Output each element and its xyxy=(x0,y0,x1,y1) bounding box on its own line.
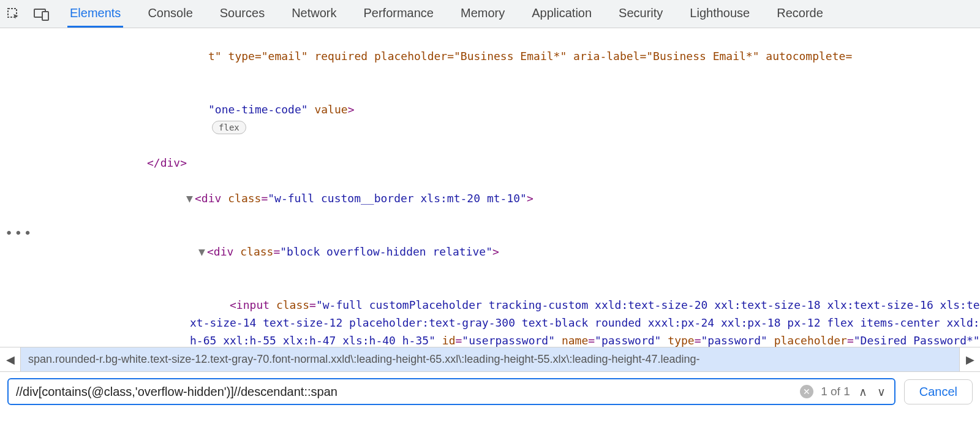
dom-node-input[interactable]: <input class="w-full customPlaceholder t… xyxy=(24,278,980,347)
cancel-button[interactable]: Cancel xyxy=(904,379,973,404)
code-text: <div xyxy=(207,245,233,258)
code-text: = xyxy=(273,245,280,258)
tree-gutter: ••• xyxy=(0,28,24,347)
code-text: class xyxy=(233,245,273,258)
code-text: </div> xyxy=(147,156,187,169)
panel-tabs: Elements Console Sources Network Perform… xyxy=(67,0,826,28)
tab-console[interactable]: Console xyxy=(145,0,195,28)
breadcrumb-path[interactable]: span.rounded-r.bg-white.text-size-12.tex… xyxy=(21,347,959,371)
expand-caret-icon[interactable]: ▼ xyxy=(186,189,195,207)
code-text: placeholder xyxy=(767,334,847,347)
code-text: t" type="email" required placeholder="Bu… xyxy=(208,50,852,63)
flex-badge[interactable]: flex xyxy=(212,121,246,134)
code-text: value xyxy=(308,103,348,116)
breadcrumb-text: span.rounded-r.bg-white.text-size-12.tex… xyxy=(28,353,700,366)
elements-tree[interactable]: ••• t" type="email" required placeholder… xyxy=(0,28,980,347)
right-arrow-icon: ▶ xyxy=(966,353,974,366)
dom-node-fragment[interactable]: "one-time-code" value> flex xyxy=(24,83,980,154)
clear-search-icon[interactable]: ✕ xyxy=(800,385,813,398)
code-text: > xyxy=(527,192,533,205)
tab-sources[interactable]: Sources xyxy=(217,0,267,28)
tab-label: Application xyxy=(532,6,592,20)
code-text: "w-full custom__border xls:mt-20 mt-10" xyxy=(268,192,527,205)
search-input[interactable] xyxy=(16,385,793,399)
code-text: "Desired Password*" xyxy=(854,334,980,347)
code-text: "password" xyxy=(595,334,661,347)
code-text: = xyxy=(847,334,854,347)
svg-rect-2 xyxy=(42,12,48,20)
tab-label: Lighthouse xyxy=(690,6,750,20)
device-toggle-icon[interactable] xyxy=(33,6,50,23)
tab-label: Performance xyxy=(364,6,434,20)
code-text: "one-time-code" xyxy=(208,103,308,116)
code-text: > xyxy=(348,103,355,116)
tab-label: Network xyxy=(292,6,336,20)
x-icon: ✕ xyxy=(803,387,810,396)
code-text: <input xyxy=(230,298,270,311)
dom-node-div[interactable]: ▼<div class="w-full custom__border xls:m… xyxy=(24,172,980,225)
tab-label: Security xyxy=(619,6,663,20)
tab-security[interactable]: Security xyxy=(616,0,665,28)
code-text: name xyxy=(555,334,588,347)
tab-performance[interactable]: Performance xyxy=(361,0,437,28)
code-text: = xyxy=(588,334,595,347)
code-text: id xyxy=(435,334,456,347)
code-text: "password" xyxy=(701,334,767,347)
breadcrumb-bar: ◀ span.rounded-r.bg-white.text-size-12.t… xyxy=(0,347,980,371)
code-text: type xyxy=(661,334,694,347)
tab-label: Console xyxy=(148,6,192,20)
tab-label: Sources xyxy=(220,6,265,20)
left-arrow-icon: ◀ xyxy=(6,353,15,366)
code-text: = xyxy=(695,334,701,347)
devtools-tabbar: Elements Console Sources Network Perform… xyxy=(0,0,980,28)
code-text: "block overflow-hidden relative" xyxy=(280,245,492,258)
code-text: <div xyxy=(195,192,221,205)
code-text: > xyxy=(492,245,499,258)
tab-label: Recorde xyxy=(777,6,823,20)
dom-node-div[interactable]: ▼<div class="block overflow-hidden relat… xyxy=(24,225,980,278)
code-text: = xyxy=(455,334,462,347)
search-box: ✕ 1 of 1 ∧ ∨ xyxy=(7,378,895,405)
expand-caret-icon[interactable]: ▼ xyxy=(198,243,207,260)
inspect-icon[interactable] xyxy=(5,6,22,23)
tab-label: Memory xyxy=(461,6,505,20)
search-count: 1 of 1 xyxy=(821,385,850,398)
code-text: = xyxy=(261,192,268,205)
dom-node-fragment[interactable]: t" type="email" required placeholder="Bu… xyxy=(24,29,980,83)
breadcrumb-scroll-left[interactable]: ◀ xyxy=(0,347,21,371)
breadcrumb-scroll-right[interactable]: ▶ xyxy=(959,347,980,371)
tab-memory[interactable]: Memory xyxy=(458,0,507,28)
dom-close-tag[interactable]: </div> xyxy=(24,154,980,172)
tab-recorder[interactable]: Recorde xyxy=(774,0,826,28)
code-text: class xyxy=(270,298,309,311)
code-text: "userpassword" xyxy=(462,334,555,347)
code-text: = xyxy=(309,298,316,311)
tab-network[interactable]: Network xyxy=(289,0,339,28)
cancel-label: Cancel xyxy=(919,385,957,398)
tab-lighthouse[interactable]: Lighthouse xyxy=(687,0,752,28)
search-prev-icon[interactable]: ∧ xyxy=(858,385,869,399)
tab-label: Elements xyxy=(70,6,121,20)
tab-elements[interactable]: Elements xyxy=(67,0,123,28)
code-text: class xyxy=(221,192,261,205)
tab-application[interactable]: Application xyxy=(529,0,594,28)
search-next-icon[interactable]: ∨ xyxy=(876,385,887,399)
ellipsis-icon[interactable]: ••• xyxy=(5,224,33,242)
search-bar: ✕ 1 of 1 ∧ ∨ Cancel xyxy=(0,371,980,411)
